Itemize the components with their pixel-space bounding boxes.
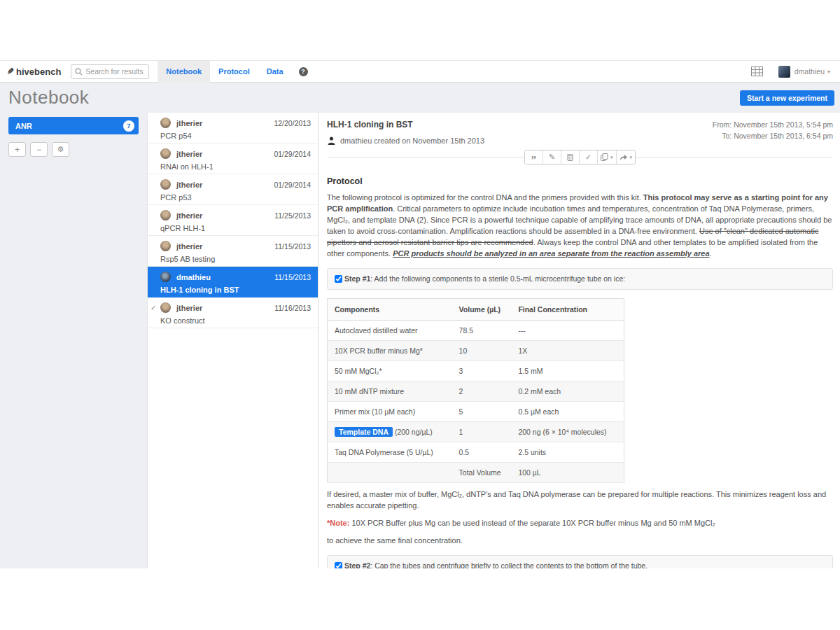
add-notebook-button[interactable]: +	[8, 142, 26, 157]
grid-view-icon[interactable]	[751, 66, 763, 76]
text-segment: *Note:	[327, 519, 349, 527]
buffer-note-continued: to achieve the same final concentration.	[327, 536, 833, 547]
cell-component: Autoclaved distilled water	[328, 320, 452, 340]
share-button[interactable]: ▾	[617, 150, 636, 164]
list-item[interactable]: jtherier11/25/2013 qPCR HLH-1	[148, 205, 318, 236]
template-dna-tag[interactable]: Template DNA	[335, 427, 393, 437]
experiments-list: jtherier12/20/2013 PCR p54 jtherier01/29…	[147, 113, 318, 568]
experiment-detail: HLH-1 cloning in BST dmathieu created on…	[318, 113, 840, 568]
experiment-date: 11/25/2013	[274, 211, 311, 220]
list-item[interactable]: jtherier01/29/2014 RNAi on HLH-1	[148, 144, 318, 174]
cell-final: 2.5 units	[511, 442, 624, 462]
toolbar-row: ” ✎ ✓ ▾ ▾	[327, 150, 833, 164]
notebook-settings-button[interactable]: ⚙	[52, 142, 69, 157]
step-2-checkbox[interactable]	[335, 562, 342, 568]
experiment-title: KO construct	[160, 316, 311, 325]
experiment-header: HLH-1 cloning in BST dmathieu created on…	[327, 120, 833, 145]
experiment-title: HLH-1 cloning in BST	[327, 120, 484, 130]
pencil-icon: ✎	[7, 66, 14, 76]
brand-name: hivebench	[16, 66, 61, 77]
tab-protocol[interactable]: Protocol	[210, 61, 258, 83]
protocol-heading: Protocol	[327, 176, 833, 186]
table-row: 10X PCR buffer minus Mg*101X	[328, 340, 624, 360]
cell-volume: 10	[452, 340, 512, 360]
cell-final: 1X	[511, 340, 624, 360]
hivebench-logo[interactable]: ✎ hivebench	[7, 66, 61, 77]
chevron-down-icon: ▾	[630, 155, 633, 160]
col-final-concentration: Final Concentration	[511, 298, 624, 320]
chevron-down-icon[interactable]: ▾	[827, 69, 830, 75]
components-table: Components Volume (µL) Final Concentrati…	[327, 298, 624, 483]
cell-volume: 3	[452, 360, 512, 381]
buffer-note: *Note: 10X PCR Buffer plus Mg can be use…	[327, 518, 833, 529]
complete-button[interactable]: ✓	[580, 150, 598, 164]
list-item[interactable]: jtherier11/15/2013 Rsp5 AB testing	[148, 236, 318, 267]
notebook-anr-button[interactable]: ANR 7	[8, 117, 139, 134]
avatar	[160, 118, 171, 128]
nav-right: dmathieu ▾	[751, 66, 830, 78]
edit-button[interactable]: ✎	[543, 150, 561, 164]
experiment-author: dmathieu	[176, 273, 211, 281]
search-icon	[75, 68, 83, 76]
cell-final: 100 µL	[511, 462, 624, 482]
cell-component: Template DNA (200 ng/µL)	[328, 421, 452, 442]
experiment-title: Rsp5 AB testing	[160, 255, 311, 263]
text-segment: The following protocol is optimized for …	[327, 193, 643, 202]
remove-notebook-button[interactable]: −	[30, 142, 48, 157]
pencil-icon: ✎	[549, 153, 555, 162]
text-segment: : Add the following components to a ster…	[370, 274, 625, 283]
notebooks-sidebar: ANR 7 + − ⚙	[0, 113, 147, 568]
username[interactable]: dmathieu	[794, 67, 825, 76]
table-row: 10 mM dNTP mixture20.2 mM each	[328, 381, 624, 401]
text-segment: : Cap the tubes and centrifuge briefly t…	[370, 561, 648, 568]
text-segment: .	[710, 249, 712, 258]
experiment-date: 11/16/2013	[274, 304, 311, 312]
cell-component: 50 mM MgCl₂*	[328, 360, 452, 381]
cell-volume: 2	[452, 381, 512, 401]
help-icon[interactable]: ?	[299, 67, 308, 76]
cell-component: Primer mix (10 µM each)	[328, 401, 452, 421]
cell-final: ---	[511, 320, 624, 340]
list-item[interactable]: jtherier01/29/2014 PCR p53	[148, 174, 318, 205]
experiment-date: 01/29/2014	[274, 181, 311, 189]
cell-volume: 5	[452, 401, 512, 421]
avatar	[160, 241, 171, 251]
duplicate-button[interactable]: ▾	[598, 150, 617, 164]
list-item[interactable]: ✓ jtherier11/16/2013 KO construct	[148, 298, 318, 328]
divider	[636, 157, 833, 158]
step-2-text: Step #2: Cap the tubes and centrifuge br…	[344, 561, 648, 568]
col-components: Components	[328, 298, 452, 320]
cell-volume: Total Volume	[452, 462, 512, 482]
table-row: Taq DNA Polymerase (5 U/µL)0.52.5 units	[328, 442, 624, 462]
tab-data[interactable]: Data	[258, 61, 292, 83]
list-item-selected[interactable]: dmathieu11/15/2013 HLH-1 cloning in BST	[148, 267, 318, 298]
avatar	[160, 148, 171, 159]
delete-button[interactable]	[561, 150, 580, 164]
chevron-down-icon: ▾	[610, 155, 613, 160]
hivebench-app: ✎ hivebench Notebook Protocol Data ? dma…	[0, 60, 840, 568]
experiment-title: qPCR HLH-1	[160, 224, 311, 232]
notebook-name: ANR	[15, 122, 32, 130]
byline-text: dmathieu created on November 15th 2013	[340, 136, 484, 145]
experiment-byline: dmathieu created on November 15th 2013	[327, 136, 484, 145]
completed-check-icon: ✓	[150, 304, 156, 312]
text-segment: PCR products should be analyzed in an ar…	[393, 249, 709, 258]
date-to: To: November 15th 2013, 6:54 pm	[713, 131, 833, 142]
experiment-date: 12/20/2013	[274, 119, 311, 127]
user-avatar[interactable]	[778, 66, 790, 78]
start-new-experiment-button[interactable]: Start a new experiment	[740, 90, 834, 106]
experiment-dates: From: November 15th 2013, 5:54 pm To: No…	[713, 120, 833, 145]
quote-icon: ”	[531, 153, 537, 162]
page-head: Notebook Start a new experiment	[0, 83, 840, 113]
step-1-checkbox[interactable]	[335, 275, 342, 283]
master-mix-note: If desired, a master mix of buffer, MgCl…	[327, 489, 833, 512]
cell-component: 10X PCR buffer minus Mg*	[328, 340, 452, 360]
nav-tabs: Notebook Protocol Data	[158, 61, 291, 83]
quote-button[interactable]: ”	[525, 150, 543, 164]
cell-final: 200 ng (6 × 10⁴ molecules)	[511, 421, 624, 442]
divider	[327, 157, 524, 158]
tab-notebook[interactable]: Notebook	[158, 61, 210, 83]
list-item[interactable]: jtherier12/20/2013 PCR p54	[148, 113, 318, 144]
search-box	[71, 64, 149, 79]
experiment-toolbar: ” ✎ ✓ ▾ ▾	[524, 150, 636, 164]
